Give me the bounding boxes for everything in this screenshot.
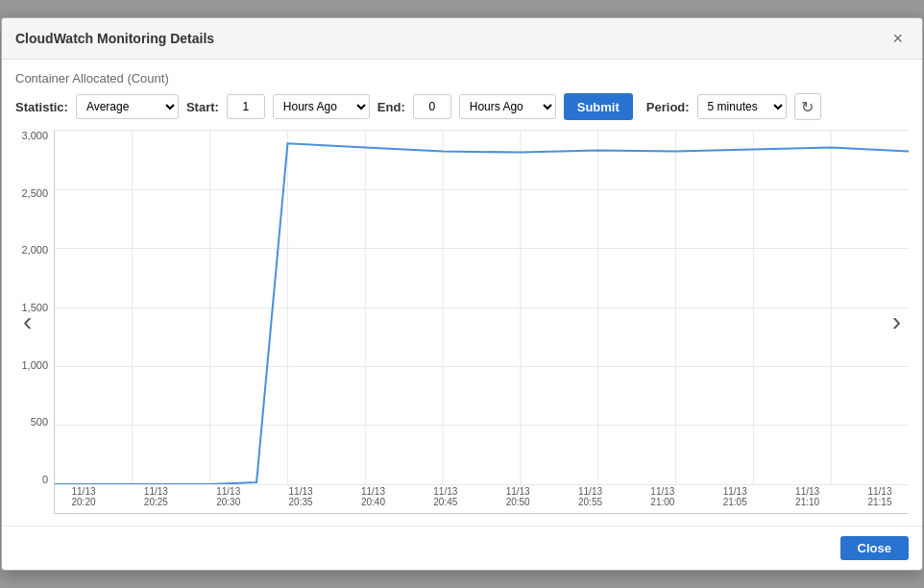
statistic-label: Statistic: bbox=[15, 100, 68, 114]
x-label-7: 11/1320:55 bbox=[562, 486, 620, 507]
x-label-2: 11/1320:30 bbox=[200, 486, 257, 507]
x-label-3: 11/1320:35 bbox=[272, 486, 329, 507]
chart-wrapper: ‹ 3,000 2,500 2,000 1,500 1,000 500 0 bbox=[15, 130, 909, 514]
start-unit-select[interactable]: Hours Ago Minutes Ago Days Ago bbox=[273, 94, 370, 119]
period-select[interactable]: 1 minute 5 minutes 15 minutes 1 hour 6 h… bbox=[697, 94, 787, 119]
x-label-8: 11/1321:00 bbox=[634, 486, 692, 507]
x-label-5: 11/1320:45 bbox=[417, 486, 474, 507]
close-x-button[interactable]: × bbox=[887, 28, 909, 49]
modal-body: Container Allocated (Count) Statistic: A… bbox=[2, 60, 922, 526]
end-input[interactable]: 0 bbox=[413, 94, 451, 119]
controls-bar: Statistic: Average Sum Minimum Maximum S… bbox=[15, 93, 909, 120]
modal-header: CloudWatch Monitoring Details × bbox=[2, 18, 922, 60]
x-label-1: 11/1320:25 bbox=[127, 486, 184, 507]
y-label-2000: 2,000 bbox=[15, 244, 54, 256]
x-label-6: 11/1320:50 bbox=[489, 486, 547, 507]
modal-title: CloudWatch Monitoring Details bbox=[15, 31, 214, 46]
monitoring-modal: CloudWatch Monitoring Details × Containe… bbox=[1, 17, 923, 571]
x-label-4: 11/1320:40 bbox=[344, 486, 401, 507]
next-arrow[interactable]: › bbox=[885, 303, 909, 341]
close-button[interactable]: Close bbox=[840, 536, 909, 560]
end-label: End: bbox=[377, 100, 405, 114]
line-chart-svg bbox=[55, 130, 909, 484]
prev-arrow[interactable]: ‹ bbox=[15, 303, 39, 341]
chart-container: 3,000 2,500 2,000 1,500 1,000 500 0 bbox=[15, 130, 909, 514]
chart-plot-area: 11/1320:20 11/1320:25 11/1320:30 11/1320… bbox=[54, 130, 909, 514]
x-axis: 11/1320:20 11/1320:25 11/1320:30 11/1320… bbox=[55, 484, 909, 513]
y-label-3000: 3,000 bbox=[15, 130, 54, 141]
x-label-11: 11/1321:15 bbox=[851, 486, 909, 507]
modal-footer: Close bbox=[2, 526, 922, 570]
statistic-select[interactable]: Average Sum Minimum Maximum SampleCount bbox=[76, 94, 179, 119]
period-label: Period: bbox=[646, 100, 690, 114]
refresh-button[interactable]: ↻ bbox=[794, 93, 821, 120]
y-label-0: 0 bbox=[15, 474, 54, 485]
start-input[interactable]: 1 bbox=[227, 94, 265, 119]
submit-button[interactable]: Submit bbox=[564, 93, 633, 120]
start-label: Start: bbox=[186, 100, 219, 114]
x-label-0: 11/1320:20 bbox=[55, 486, 112, 507]
chart-title: Container Allocated (Count) bbox=[15, 71, 909, 86]
end-unit-select[interactable]: Hours Ago Minutes Ago Days Ago bbox=[459, 94, 556, 119]
y-label-2500: 2,500 bbox=[15, 187, 54, 199]
x-label-10: 11/1321:10 bbox=[779, 486, 837, 507]
y-label-500: 500 bbox=[15, 416, 54, 428]
y-label-1000: 1,000 bbox=[15, 359, 54, 371]
chart-line bbox=[55, 143, 909, 484]
x-label-9: 11/1321:05 bbox=[706, 486, 764, 507]
